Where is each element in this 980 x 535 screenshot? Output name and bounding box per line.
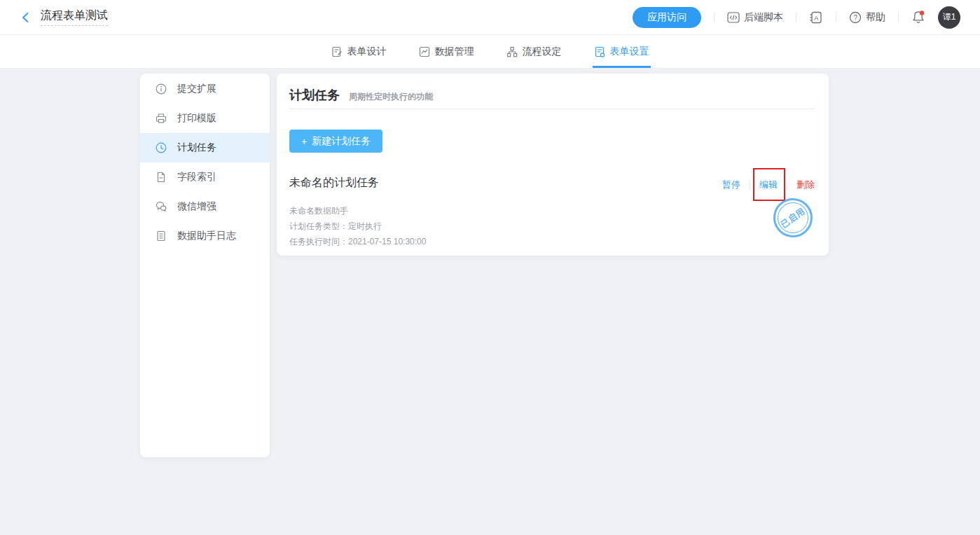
task-actions: 暂停 编辑 删除 (722, 179, 815, 191)
address-book-button[interactable]: A (809, 11, 823, 24)
svg-text:A: A (814, 14, 818, 21)
app-access-button[interactable]: 应用访问 (633, 7, 701, 28)
svg-text:?: ? (854, 13, 858, 21)
code-icon (727, 12, 740, 23)
header-actions: 应用访问 后端脚本 A ? 帮助 谭1 (633, 6, 980, 29)
enabled-stamp-inner-ring: 已启用 (771, 196, 814, 239)
scheduled-tasks-panel: 计划任务 周期性定时执行的功能 + 新建计划任务 未命名的计划任务 暂停 编辑 … (277, 74, 829, 256)
backend-script-button[interactable]: 后端脚本 (727, 11, 783, 24)
printer-icon (156, 113, 167, 124)
form-design-icon (331, 46, 343, 57)
task-name: 未命名的计划任务 (289, 176, 379, 190)
page-title: 流程表单测试 (41, 8, 108, 26)
tab-form-design[interactable]: 表单设计 (330, 35, 388, 68)
question-circle-icon: ? (849, 11, 862, 24)
action-divider (750, 181, 750, 190)
backend-script-label: 后端脚本 (744, 11, 783, 24)
data-chart-icon (419, 46, 430, 57)
tab-flow-settings[interactable]: 流程设定 (505, 35, 563, 68)
back-icon[interactable] (18, 10, 34, 25)
new-scheduled-task-button[interactable]: + 新建计划任务 (289, 130, 382, 153)
help-button[interactable]: ? 帮助 (849, 11, 885, 24)
flow-chart-icon (506, 46, 518, 57)
sidebar-item-scheduled-tasks[interactable]: 计划任务 (140, 133, 270, 162)
panel-subtitle: 周期性定时执行的功能 (349, 91, 433, 103)
settings-sidebar: 提交扩展 打印模版 计划任务 字段索引 微信增强 数据助手日志 (140, 74, 270, 457)
tab-label: 流程设定 (523, 46, 562, 58)
task-details: 未命名数据助手 计划任务类型：定时执行 任务执行时间：2021-07-15 10… (289, 203, 426, 249)
header-divider (836, 12, 836, 22)
clock-icon (156, 142, 167, 153)
tab-form-settings[interactable]: 表单设置 (593, 35, 651, 68)
form-tabbar: 表单设计 数据管理 流程设定 表单设置 (0, 35, 980, 69)
edit-link-wrap: 编辑 (759, 179, 778, 191)
pause-link[interactable]: 暂停 (722, 179, 740, 191)
sidebar-item-label: 微信增强 (177, 200, 216, 213)
info-circle-icon (156, 83, 167, 95)
new-task-label: 新建计划任务 (312, 135, 371, 148)
sidebar-item-label: 计划任务 (177, 141, 216, 154)
help-label: 帮助 (866, 11, 885, 24)
header-divider (714, 12, 715, 22)
edit-link[interactable]: 编辑 (759, 179, 778, 190)
action-divider (787, 181, 787, 190)
enabled-stamp-label: 已启用 (778, 205, 808, 230)
tab-label: 数据管理 (435, 46, 474, 58)
wechat-icon (156, 201, 167, 212)
tab-data-management[interactable]: 数据管理 (417, 35, 476, 68)
sidebar-item-submit-extension[interactable]: 提交扩展 (140, 74, 270, 104)
log-document-icon (156, 230, 167, 242)
avatar[interactable]: 谭1 (938, 6, 960, 29)
panel-divider (289, 109, 815, 109)
panel-header: 计划任务 周期性定时执行的功能 (289, 87, 433, 104)
tab-label: 表单设置 (610, 46, 649, 58)
sidebar-item-field-index[interactable]: 字段索引 (140, 162, 270, 192)
sidebar-item-data-assistant-log[interactable]: 数据助手日志 (140, 221, 270, 251)
task-assistant-line: 未命名数据助手 (289, 203, 426, 218)
sidebar-item-label: 数据助手日志 (177, 230, 236, 242)
sidebar-item-label: 提交扩展 (177, 83, 216, 95)
panel-title: 计划任务 (289, 87, 340, 104)
notification-bell-icon[interactable] (911, 10, 925, 25)
form-settings-icon (594, 46, 605, 57)
tab-label: 表单设计 (347, 46, 387, 58)
task-time-line: 任务执行时间：2021-07-15 10:30:00 (289, 234, 426, 249)
address-book-icon: A (809, 11, 823, 24)
sidebar-item-label: 打印模版 (177, 112, 216, 125)
task-type-line: 计划任务类型：定时执行 (289, 218, 426, 234)
enabled-stamp: 已启用 (766, 190, 820, 245)
file-icon (156, 172, 167, 183)
active-tab-underline (593, 66, 651, 68)
sidebar-item-wechat-enhance[interactable]: 微信增强 (140, 192, 270, 221)
delete-link[interactable]: 删除 (796, 179, 815, 191)
sidebar-item-print-template[interactable]: 打印模版 (140, 104, 270, 133)
plus-icon: + (301, 136, 307, 147)
top-header: 流程表单测试 应用访问 后端脚本 A ? 帮助 谭1 (0, 0, 980, 35)
header-divider (796, 12, 796, 22)
header-divider (898, 12, 899, 22)
sidebar-item-label: 字段索引 (177, 171, 216, 183)
